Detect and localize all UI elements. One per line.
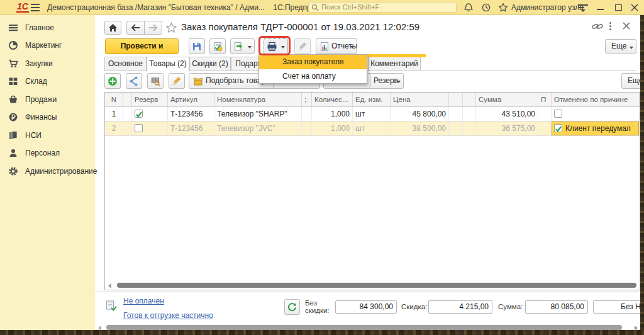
scrollbar-thumb[interactable] bbox=[117, 283, 636, 288]
cell-narrow1 bbox=[449, 107, 463, 121]
current-user[interactable]: Администратор узла bbox=[511, 3, 584, 12]
cell-cancelled-selected[interactable]: Клиент передумал bbox=[552, 122, 640, 135]
home-button[interactable] bbox=[104, 21, 121, 35]
col-sku[interactable]: Артикул bbox=[168, 93, 214, 106]
col-sum[interactable]: Сумма bbox=[476, 93, 538, 106]
reserve-button[interactable]: Резерв bbox=[368, 73, 404, 89]
reserve-checkbox-checked[interactable] bbox=[135, 110, 143, 118]
cell-sel bbox=[123, 122, 132, 135]
navigation-buttons bbox=[126, 21, 162, 35]
dropdown-arrow-icon bbox=[350, 46, 354, 48]
cancelled-checkbox-checked[interactable] bbox=[554, 124, 562, 132]
col-narrow1[interactable] bbox=[449, 93, 463, 106]
cell-trunc bbox=[302, 122, 312, 135]
sidebar-item-main[interactable]: Главное bbox=[0, 21, 95, 37]
shipping-status-link[interactable]: Готов к отгрузке частично bbox=[123, 311, 213, 320]
cell-item: Телевизор "JVC" bbox=[214, 122, 302, 135]
favorites-star-icon[interactable] bbox=[498, 3, 509, 13]
barcode-scan-button[interactable] bbox=[147, 73, 164, 89]
col-reserve[interactable]: Резерв bbox=[132, 93, 168, 106]
col-price[interactable]: Цена bbox=[391, 93, 449, 106]
sidebar-item-administration[interactable]: Администрирование bbox=[0, 164, 95, 180]
main-menu-icon[interactable] bbox=[31, 4, 40, 11]
edit-row-button[interactable] bbox=[169, 73, 185, 89]
cell-reserve bbox=[132, 107, 168, 121]
table-horizontal-scrollbar[interactable] bbox=[107, 282, 638, 288]
cell-price: 38 500,00 bbox=[391, 122, 449, 135]
more-options-icon[interactable] bbox=[609, 22, 613, 31]
cell-cancelled bbox=[552, 107, 640, 121]
move-row-button[interactable] bbox=[126, 73, 142, 89]
cell-sel bbox=[123, 107, 132, 121]
col-narrow2[interactable] bbox=[463, 93, 476, 106]
cell-narrow1 bbox=[449, 122, 463, 135]
tab-comment[interactable]: Комментарий bbox=[368, 57, 421, 71]
save-floppy-icon bbox=[192, 42, 202, 52]
service-menu-icon[interactable] bbox=[578, 4, 588, 11]
sidebar-item-finance[interactable]: Финансы bbox=[0, 110, 95, 126]
window-close-button[interactable] bbox=[630, 3, 641, 13]
footer-separator bbox=[95, 292, 640, 292]
col-n[interactable]: N bbox=[105, 93, 123, 106]
post-document-button[interactable] bbox=[209, 38, 226, 54]
vat-field[interactable]: Без НД bbox=[593, 300, 644, 314]
sidebar-item-nsi[interactable]: НСИ bbox=[0, 128, 95, 144]
cancelled-checkbox-unchecked[interactable] bbox=[554, 110, 562, 118]
get-link-icon[interactable] bbox=[592, 22, 603, 33]
payment-status-link[interactable]: Не оплачен bbox=[123, 297, 164, 305]
back-button[interactable] bbox=[126, 21, 145, 35]
history-icon[interactable] bbox=[481, 3, 492, 13]
forward-button[interactable] bbox=[144, 21, 162, 35]
window-maximize-button[interactable] bbox=[613, 3, 625, 13]
tab-discounts[interactable]: Скидки (2) bbox=[189, 57, 231, 71]
reports-button[interactable]: Отчеты bbox=[316, 38, 357, 54]
col-cancelled[interactable]: Отменено по причине bbox=[552, 93, 640, 106]
discount-field[interactable]: 4 215,00 bbox=[428, 300, 492, 314]
print-button[interactable] bbox=[264, 38, 288, 54]
col-unit[interactable]: Ед. изм. bbox=[353, 93, 391, 106]
gear-icon bbox=[8, 166, 18, 176]
tab-main[interactable]: Основное bbox=[104, 57, 147, 71]
post-and-close-button[interactable]: Провести и закрыть bbox=[105, 38, 179, 54]
notifications-bell-icon[interactable] bbox=[464, 3, 474, 13]
tab-products[interactable]: Товары (2) bbox=[147, 57, 189, 72]
cell-n: 1 bbox=[105, 107, 123, 121]
create-based-on-button[interactable] bbox=[230, 38, 255, 54]
basket-icon bbox=[8, 94, 18, 105]
form-close-icon[interactable] bbox=[622, 21, 631, 32]
sidebar-item-label: Склад bbox=[25, 77, 47, 86]
col-sel[interactable] bbox=[123, 93, 132, 106]
menu-item-customer-order[interactable]: Заказ покупателя bbox=[259, 55, 367, 69]
checkmark-icon bbox=[135, 111, 143, 118]
pie-chart-icon bbox=[8, 40, 18, 50]
sidebar-item-warehouse[interactable]: Склад bbox=[0, 74, 95, 90]
scroll-left-arrow-icon[interactable] bbox=[108, 283, 111, 288]
without-discount-field[interactable]: 84 300,00 bbox=[335, 300, 397, 314]
save-button[interactable] bbox=[189, 38, 205, 54]
menu-item-invoice[interactable]: Счет на оплату bbox=[259, 69, 367, 84]
total-field[interactable]: 80 085,00 bbox=[525, 300, 588, 314]
col-qty[interactable]: Количес... bbox=[312, 93, 353, 106]
cell-p bbox=[538, 122, 552, 135]
dropdown-arrow-icon bbox=[248, 46, 252, 48]
window-minimize-button[interactable] bbox=[595, 3, 606, 13]
col-p[interactable]: П bbox=[538, 93, 552, 106]
back-arrow-icon bbox=[131, 24, 140, 31]
table-row[interactable]: 1 Т-123456 Телевизор "SHARP" 1,000 шт 45… bbox=[105, 107, 640, 122]
reserve-checkbox-unchecked[interactable] bbox=[135, 124, 143, 132]
favorite-star-icon[interactable] bbox=[165, 22, 177, 35]
form-more-button[interactable]: Еще bbox=[605, 39, 636, 54]
add-row-button[interactable] bbox=[104, 73, 121, 89]
search-input[interactable]: Поиск Ctrl+Shift+F bbox=[308, 2, 457, 13]
sidebar-item-marketing[interactable]: Маркетинг bbox=[0, 38, 95, 54]
sidebar-item-personnel[interactable]: Персонал bbox=[0, 146, 95, 162]
scrollbar-thumb[interactable] bbox=[106, 325, 622, 330]
table-row-cancelled[interactable]: 2 Т-123456 Телевизор "JVC" 1,000 шт 38 5… bbox=[105, 122, 640, 136]
sidebar-item-purchases[interactable]: Закупки bbox=[0, 57, 95, 72]
desktop-edge bbox=[0, 330, 644, 335]
col-item[interactable]: Номенклатура bbox=[214, 93, 302, 106]
cell-unit: шт bbox=[353, 107, 391, 121]
sidebar-item-sales[interactable]: Продажи bbox=[0, 93, 95, 108]
refresh-totals-button[interactable] bbox=[284, 299, 300, 315]
col-trunc[interactable]: ; bbox=[302, 93, 312, 106]
